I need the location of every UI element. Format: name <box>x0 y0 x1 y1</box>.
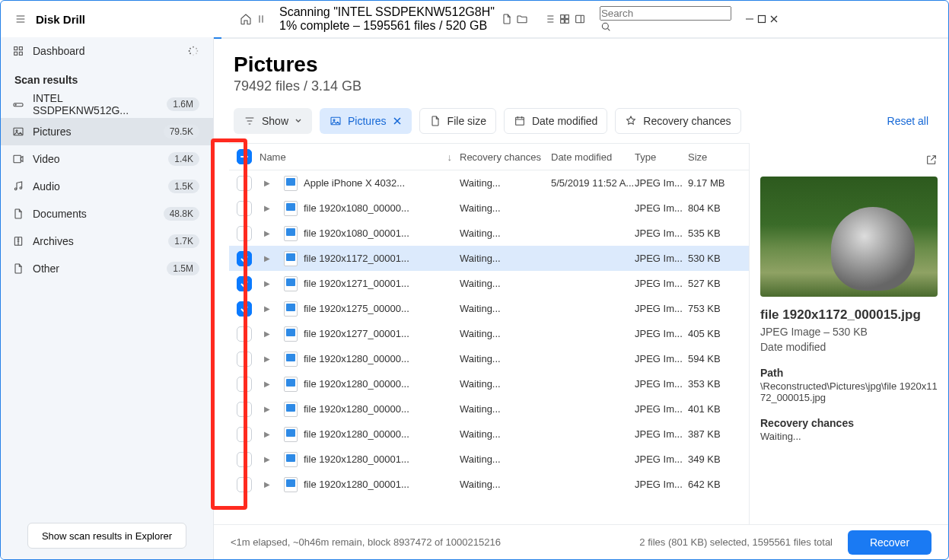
row-checkbox[interactable] <box>237 301 252 317</box>
table-row[interactable]: ▶Apple iPhone X 4032...Waiting...5/5/201… <box>229 170 749 196</box>
row-checkbox[interactable] <box>237 427 252 442</box>
file-recovery: Waiting... <box>460 202 551 214</box>
expand-icon[interactable]: ▶ <box>264 204 270 212</box>
column-date[interactable]: Date modified <box>551 151 635 163</box>
filter-filesize[interactable]: File size <box>419 108 496 134</box>
app-brand: Disk Drill <box>36 13 85 26</box>
table-row[interactable]: ▶file 1920x1275_00000...Waiting...JPEG I… <box>229 296 749 321</box>
file-type: JPEG Im... <box>635 303 688 314</box>
filter-datemodified[interactable]: Date modified <box>504 108 607 134</box>
file-size: 642 KB <box>688 479 749 490</box>
column-recovery[interactable]: Recovery chances <box>460 151 551 163</box>
table-row[interactable]: ▶file 1920x1280_00001...Waiting...JPEG I… <box>229 447 749 472</box>
window-close-button[interactable] <box>769 14 779 24</box>
file-size: 401 KB <box>688 403 749 415</box>
row-checkbox[interactable] <box>237 251 252 266</box>
expand-icon[interactable]: ▶ <box>264 455 270 463</box>
table-row[interactable]: ▶file 1920x1172_00001...Waiting...JPEG I… <box>229 246 749 271</box>
expand-icon[interactable]: ▶ <box>264 430 270 438</box>
sidebar-dashboard[interactable]: Dashboard <box>1 37 213 65</box>
select-all-checkbox[interactable] <box>237 149 252 164</box>
expand-icon[interactable]: ▶ <box>264 254 270 262</box>
file-table: Name↓ Recovery chances Date modified Typ… <box>214 143 749 524</box>
sidebar-device[interactable]: INTEL SSDPEKNW512G... 1.6M <box>1 91 213 118</box>
sidebar-item-pictures[interactable]: Pictures79.5K <box>1 118 213 145</box>
sidebar-item-badge: 1.7K <box>168 234 199 248</box>
table-row[interactable]: ▶file 1920x1277_00001...Waiting...JPEG I… <box>229 321 749 346</box>
column-name[interactable]: Name↓ <box>260 151 460 163</box>
file-type: JPEG Im... <box>635 453 688 465</box>
table-row[interactable]: ▶file 1920x1271_00001...Waiting...JPEG I… <box>229 271 749 296</box>
close-icon[interactable] <box>393 116 402 126</box>
file-name: file 1920x1280_00000... <box>304 378 409 390</box>
panel-view-icon[interactable] <box>574 13 586 25</box>
filter-recovery[interactable]: Recovery chances <box>615 108 740 134</box>
row-checkbox[interactable] <box>237 377 252 392</box>
show-in-explorer-button[interactable]: Show scan results in Explorer <box>27 523 186 549</box>
filter-pictures-label: Pictures <box>348 115 387 127</box>
sidebar-item-video[interactable]: Video1.4K <box>1 145 213 173</box>
row-checkbox[interactable] <box>237 276 252 291</box>
filter-recovery-label: Recovery chances <box>643 115 731 127</box>
row-checkbox[interactable] <box>237 477 252 492</box>
sidebar-item-documents[interactable]: Documents48.8K <box>1 200 213 228</box>
recover-button[interactable]: Recover <box>848 530 931 555</box>
menu-icon[interactable] <box>14 13 27 25</box>
table-row[interactable]: ▶file 1920x1280_00001...Waiting...JPEG I… <box>229 472 749 497</box>
show-dropdown[interactable]: Show <box>234 108 312 134</box>
expand-icon[interactable]: ▶ <box>264 179 270 187</box>
column-size[interactable]: Size <box>688 151 749 163</box>
row-checkbox[interactable] <box>237 326 252 342</box>
expand-icon[interactable]: ▶ <box>264 380 270 388</box>
file-size: 594 KB <box>688 353 749 364</box>
file-size: 353 KB <box>688 378 749 390</box>
table-row[interactable]: ▶file 1920x1280_00000...Waiting...JPEG I… <box>229 346 749 371</box>
row-checkbox[interactable] <box>237 176 252 191</box>
image-icon <box>330 115 342 127</box>
row-checkbox[interactable] <box>237 226 252 241</box>
row-checkbox[interactable] <box>237 352 252 367</box>
expand-icon[interactable]: ▶ <box>264 304 270 313</box>
table-row[interactable]: ▶file 1920x1080_00000...Waiting...JPEG I… <box>229 196 749 221</box>
search-input[interactable] <box>600 6 731 21</box>
window-minimize-button[interactable] <box>745 14 754 24</box>
file-size: 405 KB <box>688 328 749 339</box>
pause-button[interactable] <box>255 13 267 25</box>
file-type-icon <box>284 201 298 216</box>
window-maximize-button[interactable] <box>757 14 766 24</box>
svg-rect-21 <box>565 15 569 19</box>
row-checkbox[interactable] <box>237 402 252 417</box>
other-icon <box>11 262 25 275</box>
grid-view-icon[interactable] <box>559 13 571 25</box>
file-view-icon[interactable] <box>501 13 513 25</box>
expand-icon[interactable]: ▶ <box>264 480 270 488</box>
row-checkbox[interactable] <box>237 201 252 216</box>
open-external-icon[interactable] <box>925 154 938 166</box>
expand-icon[interactable]: ▶ <box>264 329 270 338</box>
sidebar-item-audio[interactable]: Audio1.5K <box>1 173 213 200</box>
sidebar-item-other[interactable]: Other1.5M <box>1 255 213 282</box>
file-name: file 1920x1280_00000... <box>304 403 409 415</box>
expand-icon[interactable]: ▶ <box>264 279 270 288</box>
table-row[interactable]: ▶file 1920x1080_00001...Waiting...JPEG I… <box>229 221 749 246</box>
svg-point-7 <box>196 52 197 54</box>
sidebar-item-archives[interactable]: Archives1.7K <box>1 228 213 255</box>
expand-icon[interactable]: ▶ <box>264 405 270 413</box>
expand-icon[interactable]: ▶ <box>264 355 270 363</box>
svg-point-28 <box>333 119 335 121</box>
column-type[interactable]: Type <box>635 151 688 163</box>
list-view-icon[interactable] <box>543 13 556 25</box>
reset-filters-button[interactable]: Reset all <box>887 115 928 127</box>
home-button[interactable] <box>240 13 252 25</box>
filter-pictures[interactable]: Pictures <box>320 108 412 134</box>
table-row[interactable]: ▶file 1920x1280_00000...Waiting...JPEG I… <box>229 371 749 396</box>
table-row[interactable]: ▶file 1920x1280_00000...Waiting...JPEG I… <box>229 396 749 422</box>
folder-view-icon[interactable] <box>516 13 528 25</box>
file-type: JPEG Im... <box>635 202 688 214</box>
preview-recovery-value: Waiting... <box>760 431 938 442</box>
row-checkbox[interactable] <box>237 452 252 467</box>
expand-icon[interactable]: ▶ <box>264 229 270 237</box>
search-box[interactable] <box>600 6 731 33</box>
sidebar: Dashboard Scan results INTEL SSDPEKNW512… <box>1 37 214 559</box>
table-row[interactable]: ▶file 1920x1280_00000...Waiting...JPEG I… <box>229 422 749 447</box>
